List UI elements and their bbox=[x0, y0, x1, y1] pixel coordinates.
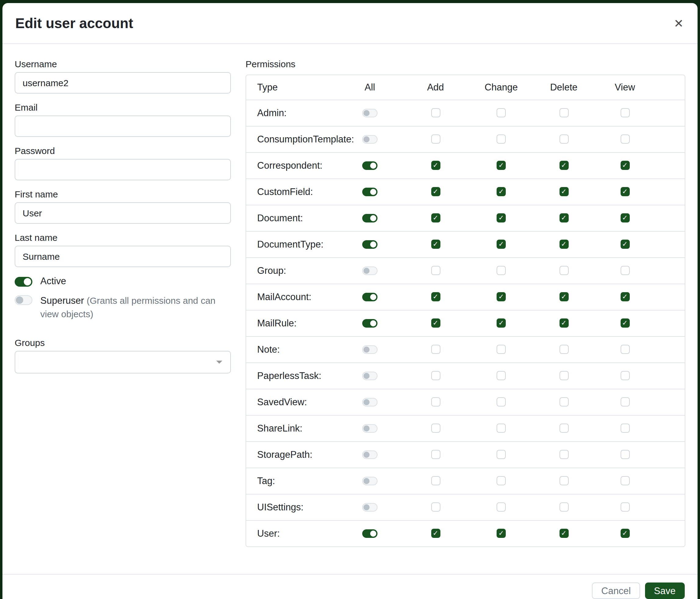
permission-delete-checkbox[interactable]: ✓ bbox=[559, 292, 568, 302]
permission-all-toggle[interactable] bbox=[362, 345, 377, 354]
permission-add-checkbox[interactable] bbox=[431, 503, 440, 512]
permission-view-checkbox[interactable] bbox=[620, 424, 629, 433]
permission-add-checkbox[interactable] bbox=[431, 398, 440, 407]
username-input[interactable] bbox=[15, 72, 231, 94]
permission-change-checkbox[interactable] bbox=[497, 371, 506, 381]
permission-change-checkbox[interactable] bbox=[497, 345, 506, 354]
permission-delete-checkbox[interactable]: ✓ bbox=[559, 214, 568, 223]
permission-add-checkbox[interactable] bbox=[431, 424, 440, 433]
permission-add-checkbox[interactable] bbox=[431, 476, 440, 486]
permission-all-toggle[interactable] bbox=[362, 503, 377, 511]
permission-view-checkbox[interactable]: ✓ bbox=[620, 319, 629, 328]
superuser-toggle[interactable] bbox=[15, 295, 32, 305]
permission-change-checkbox[interactable] bbox=[497, 476, 506, 486]
first-name-input[interactable] bbox=[15, 202, 231, 224]
permission-delete-checkbox[interactable] bbox=[559, 503, 568, 512]
permission-delete-checkbox[interactable]: ✓ bbox=[559, 187, 568, 196]
permission-delete-checkbox[interactable]: ✓ bbox=[559, 161, 568, 170]
permission-change-checkbox[interactable]: ✓ bbox=[497, 319, 506, 328]
permission-delete-checkbox[interactable] bbox=[559, 135, 568, 144]
password-input[interactable] bbox=[15, 159, 231, 180]
permission-delete-checkbox[interactable] bbox=[559, 450, 568, 459]
permission-change-checkbox[interactable] bbox=[497, 398, 506, 407]
cancel-button[interactable]: Cancel bbox=[592, 582, 640, 599]
permission-delete-checkbox[interactable]: ✓ bbox=[559, 529, 568, 538]
permission-add-checkbox[interactable]: ✓ bbox=[431, 214, 440, 223]
permission-delete-checkbox[interactable] bbox=[559, 266, 568, 275]
permission-all-toggle[interactable] bbox=[362, 266, 377, 275]
permission-all-toggle[interactable] bbox=[362, 109, 377, 117]
permission-change-checkbox[interactable] bbox=[497, 109, 506, 118]
permission-change-checkbox[interactable]: ✓ bbox=[497, 161, 506, 170]
email-input[interactable] bbox=[15, 116, 231, 137]
permission-add-checkbox[interactable] bbox=[431, 371, 440, 381]
permission-change-checkbox[interactable]: ✓ bbox=[497, 292, 506, 302]
permission-view-checkbox[interactable]: ✓ bbox=[620, 187, 629, 196]
permission-view-checkbox[interactable]: ✓ bbox=[620, 240, 629, 249]
permission-all-toggle[interactable] bbox=[362, 135, 377, 144]
last-name-input[interactable] bbox=[15, 246, 231, 267]
permission-view-checkbox[interactable]: ✓ bbox=[620, 214, 629, 223]
permission-add-checkbox[interactable] bbox=[431, 450, 440, 459]
groups-select[interactable] bbox=[15, 351, 231, 373]
permission-all-toggle[interactable] bbox=[362, 319, 377, 328]
permission-delete-checkbox[interactable] bbox=[559, 424, 568, 433]
permission-change-checkbox[interactable]: ✓ bbox=[497, 529, 506, 538]
permission-add-checkbox[interactable]: ✓ bbox=[431, 240, 440, 249]
permission-delete-checkbox[interactable] bbox=[559, 109, 568, 118]
permission-add-checkbox[interactable] bbox=[431, 109, 440, 118]
active-toggle[interactable] bbox=[15, 277, 32, 287]
permission-delete-checkbox[interactable] bbox=[559, 476, 568, 486]
permission-view-checkbox[interactable] bbox=[620, 398, 629, 407]
permission-all-toggle[interactable] bbox=[362, 240, 377, 249]
permission-delete-checkbox[interactable] bbox=[559, 398, 568, 407]
permission-change-checkbox[interactable] bbox=[497, 450, 506, 459]
permission-add-checkbox[interactable] bbox=[431, 266, 440, 275]
permission-all-toggle[interactable] bbox=[362, 188, 377, 196]
permission-change-checkbox[interactable]: ✓ bbox=[497, 240, 506, 249]
permission-delete-checkbox[interactable]: ✓ bbox=[559, 319, 568, 328]
permission-change-checkbox[interactable] bbox=[497, 135, 506, 144]
permission-add-checkbox[interactable]: ✓ bbox=[431, 187, 440, 196]
password-field-group: Password bbox=[15, 145, 231, 180]
permission-view-checkbox[interactable] bbox=[620, 266, 629, 275]
toggle-knob bbox=[24, 278, 31, 285]
permission-delete-checkbox[interactable] bbox=[559, 371, 568, 381]
permission-add-checkbox[interactable]: ✓ bbox=[431, 529, 440, 538]
permission-view-checkbox[interactable]: ✓ bbox=[620, 529, 629, 538]
permission-view-checkbox[interactable] bbox=[620, 503, 629, 512]
save-button[interactable]: Save bbox=[645, 582, 685, 599]
permission-all-toggle[interactable] bbox=[362, 214, 377, 222]
permission-all-toggle[interactable] bbox=[362, 477, 377, 485]
permission-change-checkbox[interactable]: ✓ bbox=[497, 214, 506, 223]
permission-all-toggle[interactable] bbox=[362, 529, 377, 538]
permission-delete-checkbox[interactable]: ✓ bbox=[559, 240, 568, 249]
permission-view-checkbox[interactable] bbox=[620, 135, 629, 144]
permission-change-checkbox[interactable] bbox=[497, 503, 506, 512]
permission-change-checkbox[interactable]: ✓ bbox=[497, 187, 506, 196]
permission-view-checkbox[interactable] bbox=[620, 109, 629, 118]
permission-add-checkbox[interactable]: ✓ bbox=[431, 161, 440, 170]
permission-view-checkbox[interactable]: ✓ bbox=[620, 292, 629, 302]
permission-view-checkbox[interactable] bbox=[620, 476, 629, 486]
permission-all-toggle[interactable] bbox=[362, 398, 377, 406]
permission-view-checkbox[interactable]: ✓ bbox=[620, 161, 629, 170]
permission-all-toggle[interactable] bbox=[362, 424, 377, 433]
permission-add-checkbox[interactable] bbox=[431, 135, 440, 144]
permission-change-checkbox[interactable] bbox=[497, 424, 506, 433]
permission-add-checkbox[interactable] bbox=[431, 345, 440, 354]
permission-all-toggle[interactable] bbox=[362, 293, 377, 301]
permission-row: User:✓✓✓✓ bbox=[246, 520, 685, 546]
permission-view-checkbox[interactable] bbox=[620, 371, 629, 381]
permission-view-checkbox[interactable] bbox=[620, 450, 629, 459]
permission-all-toggle[interactable] bbox=[362, 161, 377, 170]
close-icon[interactable]: ✕ bbox=[673, 15, 685, 32]
permission-delete-checkbox[interactable] bbox=[559, 345, 568, 354]
permission-add-checkbox[interactable]: ✓ bbox=[431, 319, 440, 328]
active-label: Active bbox=[40, 275, 66, 287]
permission-add-checkbox[interactable]: ✓ bbox=[431, 292, 440, 302]
permission-all-toggle[interactable] bbox=[362, 451, 377, 459]
permission-all-toggle[interactable] bbox=[362, 372, 377, 380]
permission-view-checkbox[interactable] bbox=[620, 345, 629, 354]
permission-change-checkbox[interactable] bbox=[497, 266, 506, 275]
